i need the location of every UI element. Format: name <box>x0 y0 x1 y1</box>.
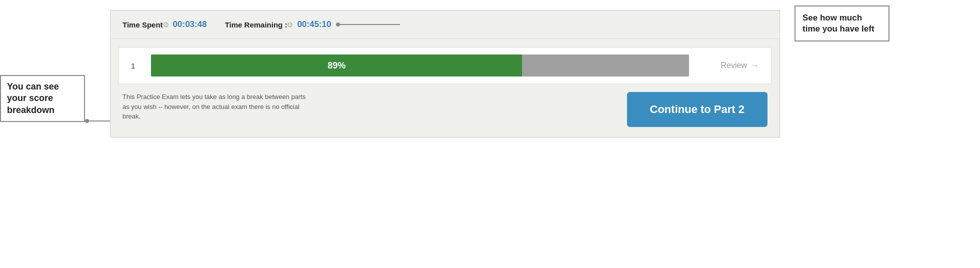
time-remaining-pair: Time Remaining : ⊙ 00:45:10 <box>225 20 400 30</box>
clock-icon-remaining: ⊙ <box>287 20 293 28</box>
time-remaining-value: 00:45:10 <box>297 20 331 30</box>
score-number: 1 <box>131 62 141 70</box>
review-arrow-icon: → <box>750 60 759 71</box>
progress-gray-bar <box>522 54 689 76</box>
bottom-row: This Practice Exam lets you take as long… <box>110 84 780 137</box>
time-spent-value: 00:03:48 <box>173 20 207 30</box>
continue-button[interactable]: Continue to Part 2 <box>627 92 768 127</box>
progress-green-bar: 89% <box>151 54 522 76</box>
time-remaining-label: Time Remaining : <box>225 20 288 29</box>
main-panel: Time Spent ⊙ 00:03:48 Time Remaining : ⊙… <box>110 10 780 138</box>
annotation-dot-left <box>85 119 89 123</box>
connector-dot <box>336 22 340 26</box>
score-row: 1 89% Review → <box>118 47 772 84</box>
time-spent-label: Time Spent <box>122 20 163 29</box>
review-button[interactable]: Review → <box>699 60 759 71</box>
time-spent-pair: Time Spent ⊙ 00:03:48 <box>122 20 207 30</box>
progress-bar: 89% <box>151 54 689 76</box>
connector-line <box>340 24 400 25</box>
clock-icon-spent: ⊙ <box>163 20 169 28</box>
header-row: Time Spent ⊙ 00:03:48 Time Remaining : ⊙… <box>110 10 780 39</box>
practice-note: This Practice Exam lets you take as long… <box>122 92 312 122</box>
tooltip-time-left: See how much time you have left <box>794 6 890 42</box>
annotation-score-breakdown: You can see your score breakdown <box>0 75 85 122</box>
